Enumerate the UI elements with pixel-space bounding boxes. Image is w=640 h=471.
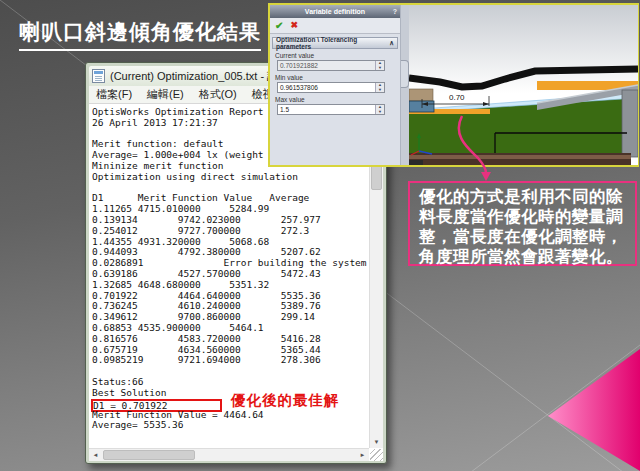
help-icon[interactable]: ? [393,5,397,18]
right-structure [622,90,638,157]
spinner-down-icon[interactable]: ▼ [376,66,384,71]
menu-file[interactable]: 檔案(F) [96,87,132,102]
note-line: 整，當長度在優化調整時， [419,226,635,246]
section-label: Optimization \ Tolerancing parameters [276,36,389,50]
menu-format[interactable]: 格式(O) [199,87,237,102]
corner-triangle-decoration [548,349,640,471]
spinner-down-icon[interactable]: ▼ [376,88,384,93]
scroll-left-icon[interactable]: ◄ [89,449,102,461]
scroll-right-icon[interactable]: ► [356,449,369,461]
current-value-field: Current value 0.701921882 ▲▼ [270,52,400,71]
note-line: 角度理所當然會跟著變化。 [419,246,635,266]
cancel-x-icon[interactable]: ✖ [290,21,298,30]
page-title: 喇叭口斜邊傾角優化結果 [19,18,261,51]
best-solution-annotation: 優化後的最佳解 [231,392,340,408]
splitter-handle[interactable] [401,60,409,88]
min-value-field: Min value 0.961537806 ▲▼ [270,74,400,93]
current-value-input: 0.701921882 ▲▼ [277,60,385,71]
slide: 喇叭口斜邊傾角優化結果 (Current) Optimization_005.t… [0,0,640,471]
ok-check-icon[interactable]: ✔ [275,21,283,31]
min-value-label: Min value [275,74,400,81]
spinner[interactable]: ▲▼ [375,61,384,70]
min-value-input[interactable]: 0.961537806 ▲▼ [277,82,385,93]
cad-viewport[interactable]: 0.70 [409,5,638,165]
horizontal-scroll-thumb[interactable] [103,450,195,460]
parameters-section-header[interactable]: Optimization \ Tolerancing parameters ∧ [272,37,398,49]
dimension-value: 0.70 [449,93,465,102]
current-value-label: Current value [275,52,400,59]
spinner-down-icon[interactable]: ▼ [376,110,384,115]
spinner[interactable]: ▲▼ [375,83,384,92]
collapse-chevron-icon[interactable]: ∧ [389,39,394,47]
variable-definition-dialog: Variable definition ? ✔ ✖ Optimization \… [270,5,400,165]
note-text-box: 優化的方式是利用不同的除 料長度當作優化時的變量調 整，當長度在優化調整時， 角… [408,181,637,266]
note-line: 優化的方式是利用不同的除 [419,186,635,206]
spinner[interactable]: ▲▼ [375,105,384,114]
notepad-icon [92,69,105,83]
max-value-label: Max value [275,96,400,103]
horizontal-scrollbar[interactable]: ◄ ► [89,448,369,461]
note-line: 料長度當作優化時的變量調 [419,206,635,226]
tan-block [409,89,433,101]
dialog-toolbar: ✔ ✖ [270,18,400,34]
max-value-input[interactable]: 1.5 ▲▼ [277,104,385,115]
dialog-title-bar[interactable]: Variable definition ? [270,5,400,18]
cad-screenshot-frame: Variable definition ? ✔ ✖ Optimization \… [268,3,639,167]
best-solution-row: D1 = 0.701922優化後的最佳解 [89,399,369,410]
dialog-title: Variable definition [305,8,365,15]
max-value-field: Max value 1.5 ▲▼ [270,96,400,115]
cad-view: 0.70 [409,5,638,165]
resize-grip[interactable] [370,449,383,461]
status-label [409,160,423,165]
menu-edit[interactable]: 編輯(E) [147,87,184,102]
arrowhead-icon [481,172,491,181]
report-bottom-lines: Merit Function Value = 4464.64 Average= … [89,410,369,432]
blue-block [409,101,434,112]
panel-splitter[interactable] [400,5,409,165]
scroll-down-icon[interactable]: ▼ [370,436,383,448]
